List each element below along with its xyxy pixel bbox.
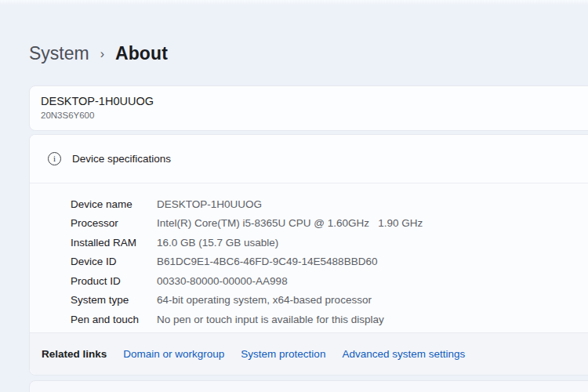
link-advanced-system-settings[interactable]: Advanced system settings [342,348,465,360]
spec-value: 16.0 GB (15.7 GB usable) [157,237,278,249]
next-expander-card-clipped[interactable] [29,380,588,392]
spec-label: Device ID [71,256,157,267]
spec-label: System type [71,294,157,306]
spec-label: Installed RAM [71,237,157,249]
link-domain-or-workgroup[interactable]: Domain or workgroup [123,348,224,360]
spec-value: Intel(R) Core(TM) i5-8365U CPU @ 1.60GHz… [157,217,423,229]
spec-value: DESKTOP-1H0UUOG [157,198,262,210]
spec-row-device-name: Device name DESKTOP-1H0UUOG [71,194,588,214]
related-links-label: Related links [42,348,107,360]
spec-label: Product ID [71,275,157,287]
breadcrumb-system[interactable]: System [29,42,89,65]
chevron-right-icon: › [100,41,104,66]
device-specifications-card: i Device specifications Device name DESK… [29,134,588,376]
device-name-card: DESKTOP-1H0UUOG 20N3S6Y600 [29,85,588,131]
device-name-text: DESKTOP-1H0UUOG [41,95,588,107]
spec-row-pen-and-touch: Pen and touch No pen or touch input is a… [71,310,588,329]
link-system-protection[interactable]: System protection [241,348,325,360]
settings-about-page: System › About DESKTOP-1H0UUOG 20N3S6Y60… [0,0,588,392]
device-specifications-body: Device name DESKTOP-1H0UUOG Processor In… [30,183,588,332]
spec-row-system-type: System type 64-bit operating system, x64… [71,291,588,310]
spec-label: Device name [71,198,157,210]
spec-label: Processor [71,217,157,229]
spec-row-device-id: Device ID B61DC9E1-4BC6-46FD-9C49-14E548… [71,252,588,272]
spec-value: 64-bit operating system, x64-based proce… [157,294,372,306]
window-top-edge [0,0,588,5]
spec-label: Pen and touch [71,314,157,325]
spec-value: 00330-80000-00000-AA998 [157,275,288,287]
breadcrumb: System › About [29,41,168,66]
device-model-text: 20N3S6Y600 [41,111,588,120]
related-links-bar: Related links Domain or workgroup System… [30,332,588,375]
spec-value: B61DC9E1-4BC6-46FD-9C49-14E5488BBD60 [157,256,377,267]
info-icon: i [48,152,61,165]
spec-row-processor: Processor Intel(R) Core(TM) i5-8365U CPU… [71,214,588,234]
spec-row-installed-ram: Installed RAM 16.0 GB (15.7 GB usable) [71,233,588,252]
spec-row-product-id: Product ID 00330-80000-00000-AA998 [71,271,588,291]
device-specifications-expander-header[interactable]: i Device specifications [30,135,588,183]
spec-value: No pen or touch input is available for t… [157,314,384,325]
device-specifications-title: Device specifications [72,153,171,165]
page-title: About [115,42,168,65]
